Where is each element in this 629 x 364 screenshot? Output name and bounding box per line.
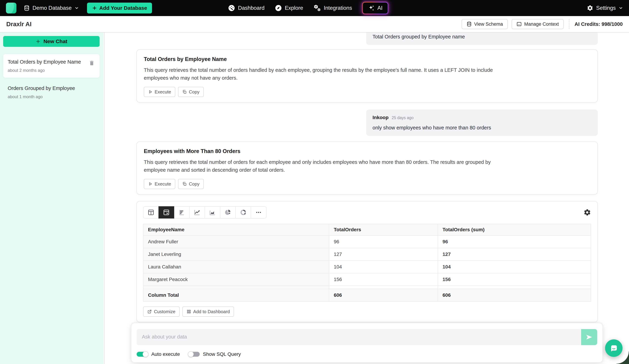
toggle-knob xyxy=(143,351,149,357)
composer-options: Auto execute Show SQL Query xyxy=(137,352,597,357)
ai-credits: AI Credits: 998/1000 xyxy=(575,21,623,27)
send-icon xyxy=(585,333,593,341)
customize-label: Customize xyxy=(154,309,175,314)
plus-icon xyxy=(35,39,41,44)
nav-item-dashboard[interactable]: Dashboard xyxy=(228,4,265,12)
view-switcher xyxy=(143,206,267,219)
chart-settings-button[interactable] xyxy=(583,209,591,216)
auto-execute-toggle[interactable] xyxy=(137,352,148,357)
nav-label-integrations: Integrations xyxy=(324,5,352,11)
table-view-button[interactable] xyxy=(143,206,159,219)
play-icon xyxy=(148,90,153,94)
show-sql-toggle[interactable] xyxy=(188,352,200,357)
nav-label-dashboard: Dashboard xyxy=(238,5,265,11)
cell-total-orders-total: 606 xyxy=(329,289,438,301)
send-button[interactable] xyxy=(581,329,597,345)
message-meta: Inkoop 25 days ago xyxy=(372,115,592,120)
chat-item-time: about 2 months ago xyxy=(8,68,95,73)
copy-button[interactable]: Copy xyxy=(178,179,204,189)
chat-item-time: about 1 month ago xyxy=(8,94,95,99)
more-views-button[interactable] xyxy=(251,206,267,219)
area-chart-view-button[interactable] xyxy=(205,206,220,219)
donut-chart-view-button[interactable] xyxy=(235,206,251,219)
results-table: EmployeeName TotalOrders TotalOrders (su… xyxy=(143,224,591,302)
user-message-text: Total Orders grouped by Employee name xyxy=(372,34,592,40)
line-chart-view-button[interactable] xyxy=(189,206,205,219)
dashboard-gauge-icon xyxy=(228,4,235,12)
ask-data-input[interactable] xyxy=(137,329,581,345)
column-header[interactable]: TotalOrders xyxy=(329,224,438,236)
sparkles-icon xyxy=(368,4,375,11)
results-actions: Customize Add to Dashboard xyxy=(143,307,591,317)
chat-bubble-icon xyxy=(609,344,618,353)
nav-item-explore[interactable]: Explore xyxy=(275,4,303,12)
cell-employee-name: Margaret Peacock xyxy=(143,273,329,286)
execute-button[interactable]: Execute xyxy=(144,87,175,97)
composer-input-row xyxy=(137,329,597,345)
add-database-label: Add Your Database xyxy=(99,5,147,11)
manage-context-button[interactable]: Manage Context xyxy=(512,19,564,29)
copy-button[interactable]: Copy xyxy=(178,87,204,97)
messages-scroll-area[interactable]: Total Orders grouped by Employee name To… xyxy=(105,32,629,364)
database-icon xyxy=(467,21,472,27)
visualization-toolbar xyxy=(143,206,591,219)
bar-chart-view-button[interactable] xyxy=(174,206,190,219)
nav-label-explore: Explore xyxy=(285,5,303,11)
chat-history-item-selected[interactable]: Total Orders by Employee Name about 2 mo… xyxy=(3,54,100,78)
column-header[interactable]: TotalOrders (sum) xyxy=(438,224,591,236)
nav-item-integrations[interactable]: Integrations xyxy=(313,4,352,12)
summary-table-icon xyxy=(163,209,170,216)
database-selector[interactable]: Demo Database xyxy=(24,5,79,11)
execute-button[interactable]: Execute xyxy=(144,179,175,189)
cell-total-orders-sum: 127 xyxy=(438,248,591,261)
cell-total-orders: 96 xyxy=(329,236,438,248)
column-header[interactable]: EmployeeName xyxy=(143,224,329,236)
line-chart-icon xyxy=(193,209,201,216)
ai-query-card: Employees with More Than 80 Orders This … xyxy=(137,141,598,195)
message-timestamp: 25 days ago xyxy=(392,116,414,120)
settings-menu[interactable]: Settings xyxy=(587,5,623,11)
divider xyxy=(569,19,569,29)
draxlr-logo[interactable] xyxy=(6,3,16,13)
auto-execute-label: Auto execute xyxy=(151,352,180,357)
support-chat-launcher[interactable] xyxy=(605,339,623,357)
cell-total-orders: 156 xyxy=(329,273,438,286)
query-description: This query retrieves the total number of… xyxy=(144,158,507,174)
copy-icon xyxy=(182,90,187,94)
cell-total-orders-sum: 156 xyxy=(438,273,591,286)
new-chat-label: New Chat xyxy=(43,38,67,44)
compass-icon xyxy=(275,4,282,12)
copy-icon xyxy=(182,182,187,186)
view-schema-label: View Schema xyxy=(474,21,503,27)
top-navbar: Demo Database Add Your Database Dashboar… xyxy=(0,0,629,16)
pie-chart-view-button[interactable] xyxy=(220,206,236,219)
delete-chat-icon[interactable] xyxy=(89,60,95,66)
customize-button[interactable]: Customize xyxy=(143,307,180,317)
auto-execute-option: Auto execute xyxy=(137,352,180,357)
nav-item-ai[interactable]: AI xyxy=(362,2,388,14)
table-spacer-row xyxy=(143,286,591,289)
new-chat-button[interactable]: New Chat xyxy=(3,36,100,47)
chat-item-title: Orders Grouped by Employee xyxy=(8,85,95,91)
cell-employee-name: Andrew Fuller xyxy=(143,236,329,248)
table-header-row: EmployeeName TotalOrders TotalOrders (su… xyxy=(143,224,591,236)
query-title: Total Orders by Employee Name xyxy=(144,56,590,62)
view-schema-button[interactable]: View Schema xyxy=(462,19,508,29)
add-to-dashboard-label: Add to Dashboard xyxy=(193,309,230,314)
cell-total-orders-sum: 96 xyxy=(438,236,591,248)
toggle-knob xyxy=(188,351,194,357)
chevron-down-icon xyxy=(74,6,79,10)
page-title: Draxlr AI xyxy=(6,21,32,28)
add-database-button[interactable]: Add Your Database xyxy=(87,3,152,13)
chat-history-item[interactable]: Orders Grouped by Employee about 1 month… xyxy=(3,81,100,104)
bar-chart-icon xyxy=(178,209,185,216)
header-actions: View Schema Manage Context AI Credits: 9… xyxy=(458,19,623,29)
donut-chart-icon xyxy=(240,209,247,216)
area-chart-icon xyxy=(209,209,216,216)
query-title: Employees with More Than 80 Orders xyxy=(144,148,590,154)
summary-table-view-button[interactable] xyxy=(158,206,174,219)
manage-context-label: Manage Context xyxy=(524,21,559,27)
add-to-dashboard-button[interactable]: Add to Dashboard xyxy=(182,307,234,317)
user-message-text: only show employees who have more than 8… xyxy=(372,125,592,131)
cell-total-sum-total: 606 xyxy=(438,289,591,301)
